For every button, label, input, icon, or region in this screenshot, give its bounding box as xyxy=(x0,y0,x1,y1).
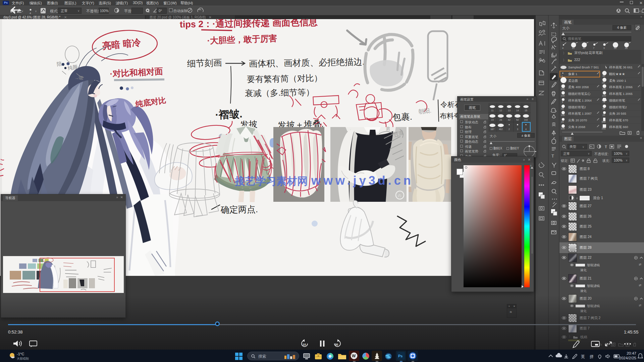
svg-text:11: 11 xyxy=(491,109,493,112)
svg-text:100: 100 xyxy=(602,95,606,97)
svg-text:W: W xyxy=(352,354,356,358)
svg-text:20: 20 xyxy=(602,114,605,116)
svg-text:∨: ∨ xyxy=(582,145,584,148)
svg-text:样本画笔 670: 样本画笔 670 xyxy=(609,118,628,122)
svg-text:42: 42 xyxy=(508,119,511,121)
svg-text:T: T xyxy=(605,145,607,149)
svg-text:德德好用笔2: 德德好用笔2 xyxy=(609,105,627,109)
svg-text:100: 100 xyxy=(561,127,565,130)
svg-text:400: 400 xyxy=(561,88,565,90)
svg-text:样本画笔 1 2064: 样本画笔 1 2064 xyxy=(568,99,592,102)
svg-text:包裹.: 包裹. xyxy=(392,112,412,122)
svg-text:4: 4 xyxy=(562,47,564,49)
svg-text:T: T xyxy=(551,154,554,159)
svg-text:265: 265 xyxy=(602,127,606,130)
svg-text:650: 650 xyxy=(602,121,606,123)
svg-text:2: 2 xyxy=(508,128,510,130)
svg-text:30: 30 xyxy=(335,343,338,346)
svg-text:-1°C: -1°C xyxy=(17,352,24,356)
svg-text:类型: 类型 xyxy=(570,145,576,148)
svg-text:Ps: Ps xyxy=(398,354,402,358)
svg-text:100: 100 xyxy=(602,88,606,90)
svg-text:100: 100 xyxy=(561,95,565,97)
svg-text:→嗯: →嗯 xyxy=(74,75,83,80)
svg-text:15...: 15... xyxy=(602,81,606,84)
svg-text:40: 40 xyxy=(602,108,605,110)
svg-text:朝阳.: 朝阳. xyxy=(418,108,432,115)
svg-text:颗粒★★★: 颗粒★★★ xyxy=(609,72,625,76)
svg-text:www.jy3d.cn: www.jy3d.cn xyxy=(311,174,414,187)
svg-text:の: の xyxy=(398,194,401,197)
svg-text:德德好用笔2: 德德好用笔2 xyxy=(568,105,586,109)
svg-text:衰减（多.细节等）: 衰减（多.细节等） xyxy=(245,87,314,98)
svg-text:要有繁有简（对比）: 要有繁有简（对比） xyxy=(247,73,322,84)
svg-text:26: 26 xyxy=(625,47,628,49)
svg-text:柔角 1500 1: 柔角 1500 1 xyxy=(609,79,626,82)
svg-text:70: 70 xyxy=(602,101,605,103)
svg-text:9: 9 xyxy=(562,101,563,103)
svg-text:52: 52 xyxy=(516,119,519,121)
svg-text:100: 100 xyxy=(561,114,565,116)
svg-text:英: 英 xyxy=(581,354,585,359)
svg-text:26: 26 xyxy=(499,119,502,121)
svg-text:细节刻画: 细节刻画 xyxy=(187,57,222,69)
svg-text:∨: ∨ xyxy=(35,10,37,13)
svg-text:4: 4 xyxy=(525,128,527,130)
svg-text:陪: 陪 xyxy=(56,61,62,67)
svg-text:15: 15 xyxy=(525,109,527,112)
svg-text:样本画笔 1 2065: 样本画笔 1 2065 xyxy=(609,92,633,96)
svg-text:德德好用笔实心: 德德好用笔实心 xyxy=(568,92,591,96)
svg-text:14: 14 xyxy=(516,109,519,112)
svg-text:12: 12 xyxy=(499,109,502,112)
svg-text:187: 187 xyxy=(490,128,494,130)
svg-text:∨: ∨ xyxy=(21,10,23,13)
svg-text:尖角 20 2070: 尖角 20 2070 xyxy=(568,118,587,122)
svg-text:德德好用笔: 德德好用笔 xyxy=(609,99,625,102)
svg-text:柔边圆: 柔边圆 xyxy=(568,79,578,82)
svg-text:柔角 400 2058: 柔角 400 2058 xyxy=(568,85,589,89)
svg-text:40: 40 xyxy=(602,75,605,77)
svg-text:肩: 肩 xyxy=(386,126,390,131)
svg-text:样本画笔 36 661: 样本画笔 36 661 xyxy=(609,65,633,69)
svg-text:40: 40 xyxy=(561,108,564,110)
svg-text:9: 9 xyxy=(603,47,605,49)
svg-text:Sampled Brush 7 561: Sampled Brush 7 561 xyxy=(568,65,599,69)
svg-text:尖角 20 565: 尖角 20 565 xyxy=(609,112,626,115)
svg-text:尖角 8 2068: 尖角 8 2068 xyxy=(568,125,585,129)
svg-text:样本画笔 1 2066: 样本画笔 1 2066 xyxy=(609,85,633,89)
svg-text:13: 13 xyxy=(508,109,511,112)
svg-text:样本画笔 660: 样本画笔 660 xyxy=(609,125,628,129)
svg-text:30: 30 xyxy=(572,47,575,49)
svg-text:142: 142 xyxy=(524,119,528,121)
svg-text:10: 10 xyxy=(303,343,306,346)
svg-text:58: 58 xyxy=(614,47,616,49)
svg-text:462: 462 xyxy=(499,128,503,130)
svg-text:大部晴朗: 大部晴朗 xyxy=(17,357,29,360)
svg-text:·褶皱.: ·褶皱. xyxy=(215,108,243,121)
svg-text:接艺学习素材网: 接艺学习素材网 xyxy=(234,175,308,187)
svg-text:拼: 拼 xyxy=(589,354,594,359)
svg-text:4: 4 xyxy=(30,12,31,15)
svg-text:19: 19 xyxy=(491,119,494,121)
svg-text:7: 7 xyxy=(593,47,594,49)
svg-text:画体积、画材质、必拒绝描边.: 画体积、画材质、必拒绝描边. xyxy=(249,57,365,69)
svg-text:40: 40 xyxy=(583,47,585,49)
svg-text:20: 20 xyxy=(561,121,564,123)
svg-text:3: 3 xyxy=(517,128,518,130)
svg-text:确定两点.: 确定两点. xyxy=(220,204,258,215)
svg-text:样本画笔 1 2087: 样本画笔 1 2087 xyxy=(568,112,592,115)
svg-text:∨: ∨ xyxy=(639,10,641,13)
svg-text:像素 1: 像素 1 xyxy=(568,72,577,76)
